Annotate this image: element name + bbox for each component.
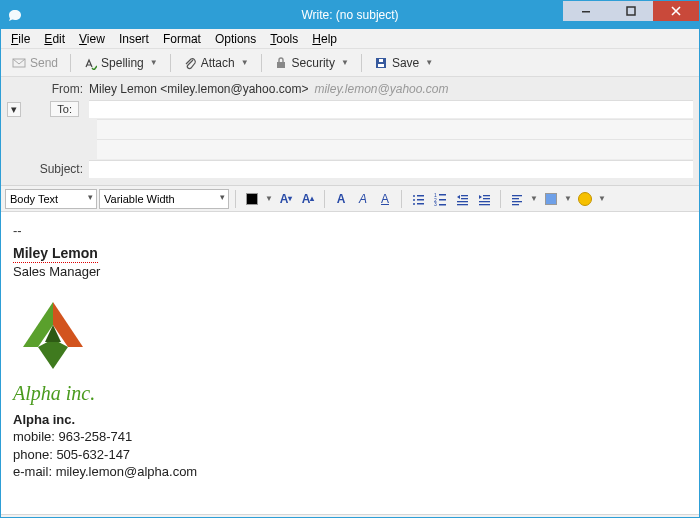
svg-rect-10 <box>417 199 424 201</box>
compose-headers: From: Miley Lemon <miley.lemon@yahoo.com… <box>1 77 699 186</box>
to-field-type-button[interactable]: To: <box>50 101 79 117</box>
chevron-down-icon[interactable]: ▼ <box>341 58 349 67</box>
svg-rect-18 <box>439 204 446 206</box>
attach-label: Attach <box>201 56 235 70</box>
spelling-button[interactable]: Spelling ▼ <box>76 53 165 73</box>
paperclip-icon <box>183 56 197 70</box>
recipient-spare-row[interactable] <box>97 139 693 159</box>
lock-icon <box>274 56 288 70</box>
svg-rect-28 <box>512 198 519 199</box>
close-button[interactable] <box>653 1 699 21</box>
chevron-down-icon[interactable]: ▼ <box>597 194 607 203</box>
paragraph-style-select[interactable]: Body Text <box>5 189 97 209</box>
svg-point-9 <box>413 199 415 201</box>
toolbar-separator <box>361 54 362 72</box>
toolbar-separator <box>70 54 71 72</box>
subject-label: Subject: <box>7 162 89 176</box>
signature-name: Miley Lemon <box>13 244 98 264</box>
menu-view[interactable]: View <box>73 31 111 47</box>
maximize-button[interactable] <box>608 1 653 21</box>
chevron-down-icon[interactable]: ▼ <box>264 194 274 203</box>
align-button[interactable] <box>507 189 527 209</box>
svg-rect-12 <box>417 203 424 205</box>
save-button[interactable]: Save ▼ <box>367 53 440 73</box>
save-label: Save <box>392 56 419 70</box>
signature-email: e-mail: miley.lemon@alpha.com <box>13 463 687 481</box>
svg-rect-6 <box>379 59 383 62</box>
decrease-font-button[interactable]: A▾ <box>276 189 296 209</box>
svg-rect-5 <box>378 64 384 67</box>
menubar: File Edit View Insert Format Options Too… <box>1 29 699 49</box>
svg-rect-16 <box>439 199 446 201</box>
format-separator <box>324 190 325 208</box>
underline-button[interactable]: A <box>375 189 395 209</box>
increase-font-button[interactable]: A▴ <box>298 189 318 209</box>
from-value[interactable]: Miley Lemon <miley.lemon@yahoo.com> <box>89 82 308 96</box>
italic-button[interactable]: A <box>353 189 373 209</box>
menu-options[interactable]: Options <box>209 31 262 47</box>
text-color-button[interactable] <box>242 189 262 209</box>
titlebar: Write: (no subject) <box>1 1 699 29</box>
company-logo: Alpha inc. <box>13 297 687 407</box>
format-toolbar: Body Text Variable Width ▼ A▾ A▴ A A A 1… <box>1 186 699 212</box>
signature-mobile: mobile: 963-258-741 <box>13 428 687 446</box>
expand-recipients-button[interactable]: ▾ <box>7 102 21 117</box>
menu-format[interactable]: Format <box>157 31 207 47</box>
svg-rect-3 <box>277 62 285 68</box>
subject-input[interactable] <box>89 160 693 178</box>
chevron-down-icon[interactable]: ▼ <box>425 58 433 67</box>
menu-edit[interactable]: Edit <box>38 31 71 47</box>
svg-rect-24 <box>483 198 490 199</box>
svg-rect-8 <box>417 195 424 197</box>
svg-rect-22 <box>457 204 468 205</box>
font-family-select[interactable]: Variable Width <box>99 189 229 209</box>
send-label: Send <box>30 56 58 70</box>
insert-image-button[interactable] <box>541 189 561 209</box>
chevron-down-icon[interactable]: ▼ <box>563 194 573 203</box>
outdent-button[interactable] <box>452 189 472 209</box>
security-button[interactable]: Security ▼ <box>267 53 356 73</box>
svg-marker-33 <box>38 339 68 369</box>
image-icon <box>545 193 557 205</box>
toolbar: Send Spelling ▼ Attach ▼ Security ▼ Save… <box>1 49 699 77</box>
message-body[interactable]: -- Miley Lemon Sales Manager Alpha inc. … <box>1 212 699 514</box>
chevron-down-icon[interactable]: ▼ <box>529 194 539 203</box>
window-controls <box>563 1 699 21</box>
send-icon <box>12 56 26 70</box>
toolbar-separator <box>261 54 262 72</box>
svg-rect-0 <box>582 11 590 13</box>
security-label: Security <box>292 56 335 70</box>
svg-rect-23 <box>483 195 490 196</box>
indent-button[interactable] <box>474 189 494 209</box>
svg-rect-1 <box>627 7 635 15</box>
svg-rect-25 <box>479 201 490 202</box>
menu-tools[interactable]: Tools <box>264 31 304 47</box>
svg-rect-21 <box>457 201 468 202</box>
svg-rect-19 <box>461 195 468 196</box>
toolbar-separator <box>170 54 171 72</box>
from-row: From: Miley Lemon <miley.lemon@yahoo.com… <box>1 79 699 99</box>
numbered-list-button[interactable]: 123 <box>430 189 450 209</box>
menu-file[interactable]: File <box>5 31 36 47</box>
chevron-down-icon[interactable]: ▼ <box>241 58 249 67</box>
logo-text: Alpha inc. <box>13 380 687 407</box>
minimize-button[interactable] <box>563 1 608 21</box>
menu-insert[interactable]: Insert <box>113 31 155 47</box>
recipient-spare-row[interactable] <box>97 119 693 139</box>
svg-text:3: 3 <box>434 201 437 206</box>
attach-button[interactable]: Attach ▼ <box>176 53 256 73</box>
bullet-list-button[interactable] <box>408 189 428 209</box>
chevron-down-icon[interactable]: ▼ <box>150 58 158 67</box>
send-button[interactable]: Send <box>5 53 65 73</box>
spelling-label: Spelling <box>101 56 144 70</box>
emoticon-button[interactable] <box>575 189 595 209</box>
to-input[interactable] <box>89 100 693 118</box>
menu-help[interactable]: Help <box>306 31 343 47</box>
svg-rect-26 <box>479 204 490 205</box>
signature-delimiter: -- <box>13 222 687 240</box>
svg-rect-29 <box>512 201 522 202</box>
from-label: From: <box>7 82 89 96</box>
bold-button[interactable]: A <box>331 189 351 209</box>
svg-point-11 <box>413 203 415 205</box>
from-hint: miley.lemon@yahoo.com <box>314 82 448 96</box>
